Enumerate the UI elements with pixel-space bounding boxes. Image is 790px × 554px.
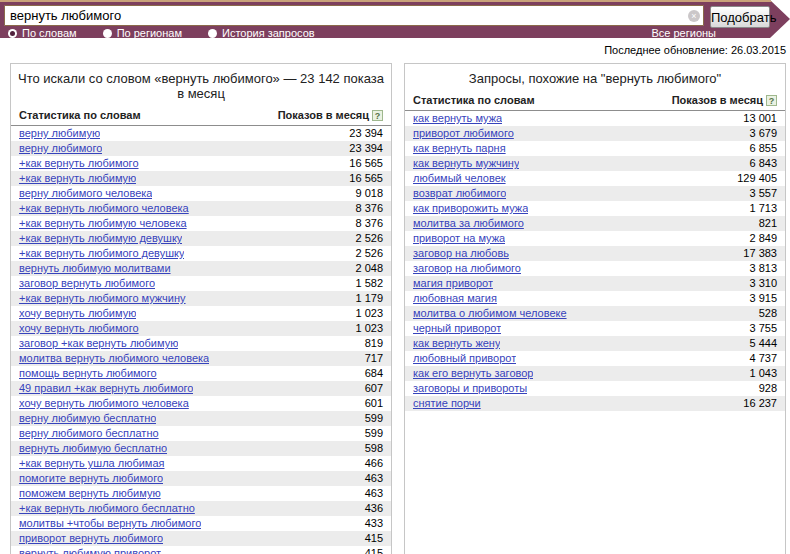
keyword-link[interactable]: заговор +как вернуть любимую bbox=[19, 336, 178, 351]
table-row: хочу вернуть любимого1 023 bbox=[11, 321, 391, 336]
keyword-link[interactable]: любимый человек bbox=[413, 171, 506, 186]
table-row: верну любимого бесплатно599 bbox=[11, 426, 391, 441]
keyword-link[interactable]: хочу вернуть любимого человека bbox=[19, 396, 189, 411]
table-row: +как вернуть любимую16 565 bbox=[11, 171, 391, 186]
table-row: +как вернуть любимого мужчину1 179 bbox=[11, 291, 391, 306]
keyword-link[interactable]: верну любимого человека bbox=[19, 186, 152, 201]
keyword-link[interactable]: заговоры и привороты bbox=[413, 381, 527, 396]
impressions-value: 436 bbox=[365, 501, 383, 516]
keyword-link[interactable]: молитва вернуть любимого человека bbox=[19, 351, 209, 366]
keyword-link[interactable]: 49 правил +как вернуть любимого bbox=[19, 381, 193, 396]
column-headers: Статистика по словам Показов в месяц ? bbox=[11, 107, 391, 126]
keyword-link[interactable]: возврат любимого bbox=[413, 186, 506, 201]
impressions-value: 3 679 bbox=[749, 126, 777, 141]
keyword-link[interactable]: молитвы +чтобы вернуть любимого bbox=[19, 516, 201, 531]
keyword-link[interactable]: +как вернуть ушла любимая bbox=[19, 456, 165, 471]
impressions-value: 717 bbox=[365, 351, 383, 366]
clear-search-icon[interactable]: × bbox=[688, 10, 700, 22]
keyword-link[interactable]: помощь вернуть любимого bbox=[19, 366, 157, 381]
keyword-link[interactable]: приворот вернуть любимого bbox=[19, 531, 163, 546]
table-row: приворот любимого3 679 bbox=[405, 126, 785, 141]
table-row: молитва вернуть любимого человека717 bbox=[11, 351, 391, 366]
impressions-value: 415 bbox=[365, 531, 383, 546]
keyword-link[interactable]: помогите вернуть любимого bbox=[19, 471, 163, 486]
keyword-link[interactable]: +как вернуть любимого бесплатно bbox=[19, 501, 195, 516]
keyword-link[interactable]: +как вернуть любимого мужчину bbox=[19, 291, 186, 306]
impressions-value: 599 bbox=[365, 411, 383, 426]
keyword-link[interactable]: черный приворот bbox=[413, 321, 501, 336]
table-row: +как вернуть любимую девушку2 526 bbox=[11, 231, 391, 246]
keyword-link[interactable]: любовный приворот bbox=[413, 351, 516, 366]
keyword-link[interactable]: хочу вернуть любимого bbox=[19, 321, 139, 336]
col-phrase-header: Статистика по словам bbox=[19, 109, 141, 121]
keyword-link[interactable]: любовная магия bbox=[413, 291, 497, 306]
table-row: черный приворот3 755 bbox=[405, 321, 785, 336]
keyword-link[interactable]: молитва о любимом человеке bbox=[413, 306, 567, 321]
keyword-link[interactable]: +как вернуть любимого девушку bbox=[19, 246, 184, 261]
impressions-value: 6 855 bbox=[749, 141, 777, 156]
table-row: как его вернуть заговор1 043 bbox=[405, 366, 785, 381]
impressions-value: 9 018 bbox=[355, 186, 383, 201]
keyword-link[interactable]: +как вернуть любимую девушку bbox=[19, 231, 182, 246]
right-results-panel: Запросы, похожие на "вернуть любимого" С… bbox=[404, 63, 786, 554]
impressions-value: 4 737 bbox=[749, 351, 777, 366]
keyword-link[interactable]: магия приворот bbox=[413, 276, 493, 291]
table-row: возврат любимого3 557 bbox=[405, 186, 785, 201]
impressions-value: 819 bbox=[365, 336, 383, 351]
keyword-link[interactable]: приворот на мужа bbox=[413, 231, 505, 246]
table-row: поможем вернуть любимую463 bbox=[11, 486, 391, 501]
keyword-link[interactable]: как вернуть жену bbox=[413, 336, 500, 351]
keyword-link[interactable]: +как вернуть любимого bbox=[19, 156, 139, 171]
table-body: верну любимую23 394верну любимого23 394+… bbox=[11, 126, 391, 554]
keyword-link[interactable]: как вернуть парня bbox=[413, 141, 506, 156]
mode-tabs: По словам По регионам История запросов bbox=[8, 27, 315, 39]
impressions-value: 598 bbox=[365, 441, 383, 456]
all-regions-link[interactable]: Все регионы bbox=[651, 27, 716, 39]
table-row: верну любимого23 394 bbox=[11, 141, 391, 156]
table-row: верну любимую бесплатно599 bbox=[11, 411, 391, 426]
impressions-value: 463 bbox=[365, 471, 383, 486]
table-row: +как вернуть любимую человека8 376 bbox=[11, 216, 391, 231]
tab-by-regions[interactable]: По регионам bbox=[103, 27, 182, 39]
keyword-link[interactable]: как вернуть мужа bbox=[413, 111, 502, 126]
keyword-link[interactable]: вернуть любимую молитвами bbox=[19, 261, 171, 276]
keyword-link[interactable]: +как вернуть любимую человека bbox=[19, 216, 187, 231]
impressions-value: 1 179 bbox=[355, 291, 383, 306]
keyword-link[interactable]: поможем вернуть любимую bbox=[19, 486, 161, 501]
table-row: заговор на любовь17 383 bbox=[405, 246, 785, 261]
keyword-link[interactable]: +как вернуть любимую bbox=[19, 171, 136, 186]
keyword-link[interactable]: снятие порчи bbox=[413, 396, 481, 411]
keyword-link[interactable]: верну любимого бесплатно bbox=[19, 426, 159, 441]
submit-button[interactable]: Подобрать bbox=[710, 6, 770, 28]
impressions-value: 1 582 bbox=[355, 276, 383, 291]
keyword-link[interactable]: вернуть любимую приворот bbox=[19, 546, 161, 554]
keyword-link[interactable]: верну любимую bbox=[19, 126, 100, 141]
search-input[interactable] bbox=[4, 5, 704, 26]
keyword-link[interactable]: +как вернуть любимого человека bbox=[19, 201, 189, 216]
impressions-value: 1 023 bbox=[355, 321, 383, 336]
tab-by-words[interactable]: По словам bbox=[8, 27, 77, 39]
keyword-link[interactable]: хочу вернуть любимую bbox=[19, 306, 136, 321]
keyword-link[interactable]: верну любимого bbox=[19, 141, 102, 156]
panel-title: Что искали со словом «вернуть любимого» … bbox=[11, 64, 391, 107]
keyword-link[interactable]: вернуть любимую бесплатно bbox=[19, 441, 167, 456]
keyword-link[interactable]: как вернуть мужчину bbox=[413, 156, 519, 171]
table-row: 49 правил +как вернуть любимого607 bbox=[11, 381, 391, 396]
keyword-link[interactable]: заговор вернуть любимого bbox=[19, 276, 155, 291]
tab-label: История запросов bbox=[222, 27, 315, 39]
impressions-value: 16 565 bbox=[349, 171, 383, 186]
tab-query-history[interactable]: История запросов bbox=[208, 27, 315, 39]
keyword-link[interactable]: приворот любимого bbox=[413, 126, 514, 141]
help-icon[interactable]: ? bbox=[372, 110, 383, 121]
table-row: +как вернуть любимого бесплатно436 bbox=[11, 501, 391, 516]
keyword-link[interactable]: заговор на любимого bbox=[413, 261, 521, 276]
keyword-link[interactable]: заговор на любовь bbox=[413, 246, 509, 261]
table-row: заговор вернуть любимого1 582 bbox=[11, 276, 391, 291]
keyword-link[interactable]: как его вернуть заговор bbox=[413, 366, 533, 381]
keyword-link[interactable]: как приворожить мужа bbox=[413, 201, 528, 216]
results-area: Что искали со словом «вернуть любимого» … bbox=[0, 63, 790, 554]
tab-label: По словам bbox=[22, 27, 77, 39]
help-icon[interactable]: ? bbox=[766, 95, 777, 106]
keyword-link[interactable]: верну любимую бесплатно bbox=[19, 411, 156, 426]
keyword-link[interactable]: молитва за любимого bbox=[413, 216, 524, 231]
